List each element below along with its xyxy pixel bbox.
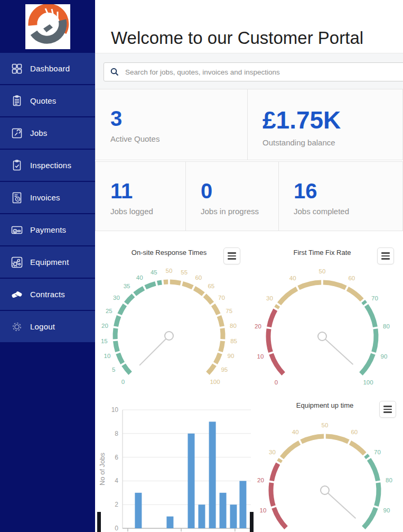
svg-text:40: 40 <box>136 274 143 281</box>
equipment-gears-icon <box>11 256 23 269</box>
inspections-checklist-icon <box>11 159 23 172</box>
svg-text:25: 25 <box>106 308 113 314</box>
sidebar-item-equipment[interactable]: Equipment <box>0 246 95 279</box>
svg-text:70: 70 <box>371 295 378 301</box>
svg-text:70: 70 <box>374 449 381 455</box>
svg-text:15: 15 <box>101 338 108 344</box>
sidebar-item-jobs[interactable]: Jobs <box>0 117 95 150</box>
stat-value: 16 <box>294 179 402 203</box>
panel-equipment-up-time: Equipment up time 0102030405060708090100 <box>254 394 403 532</box>
range-handle-right[interactable] <box>250 512 254 532</box>
stat-value: 3 <box>110 107 247 130</box>
sidebar-item-quotes[interactable]: Quotes <box>0 85 95 117</box>
sidebar-item-invoices[interactable]: Invoices <box>0 182 95 214</box>
svg-text:50: 50 <box>319 268 326 274</box>
stats-row-1: 3 Active Quotes £1.75K Outstanding balan… <box>95 89 403 160</box>
chart-menu-button[interactable] <box>377 247 394 264</box>
panel-onsite-response-times: On-site Response Times 05101520253035404… <box>98 238 251 395</box>
svg-text:2: 2 <box>115 501 118 508</box>
svg-text:75: 75 <box>226 308 232 314</box>
sidebar-item-payments[interactable]: Payments <box>0 214 95 246</box>
stat-value: 11 <box>110 179 185 203</box>
svg-text:100: 100 <box>210 379 220 385</box>
sidebar-item-contracts[interactable]: Contracts <box>0 279 95 311</box>
quotes-clipboard-icon <box>11 95 23 107</box>
stat-label: Jobs in progress <box>201 207 278 216</box>
range-handle-left[interactable] <box>97 512 101 532</box>
search-input[interactable] <box>124 68 403 77</box>
svg-text:60: 60 <box>195 274 202 281</box>
svg-text:40: 40 <box>289 275 296 281</box>
svg-text:90: 90 <box>383 507 390 513</box>
svg-text:65: 65 <box>208 283 214 289</box>
svg-text:35: 35 <box>124 283 130 289</box>
stat-card-jobs-completed: 16 Jobs completed <box>279 161 403 231</box>
sidebar-item-label: Quotes <box>30 96 57 105</box>
sidebar-item-label: Payments <box>30 225 66 234</box>
stat-card-jobs-in-progress: 0 Jobs in progress <box>186 161 279 231</box>
logout-gear-icon <box>11 320 23 333</box>
stat-card-active-quotes: 3 Active Quotes <box>95 89 248 160</box>
chart-title: First Time Fix Rate <box>251 249 393 256</box>
svg-text:30: 30 <box>266 295 273 301</box>
svg-text:No of Jobs: No of Jobs <box>98 452 106 485</box>
invoices-document-icon <box>11 191 23 204</box>
svg-text:5: 5 <box>112 366 115 373</box>
sidebar-item-label: Logout <box>30 322 55 331</box>
svg-text:6: 6 <box>115 454 118 461</box>
svg-text:55: 55 <box>181 269 188 276</box>
sidebar-item-label: Inspections <box>30 161 71 170</box>
svg-text:90: 90 <box>228 353 235 359</box>
stat-card-outstanding-balance: £1.75K Outstanding balance <box>248 89 403 160</box>
stat-label: Jobs completed <box>294 207 402 216</box>
chart-title: Equipment up time <box>254 401 396 409</box>
panel-jobs-bar-chart: 0246810No of Jobs <box>98 394 254 532</box>
svg-text:8: 8 <box>115 430 118 437</box>
jobs-bar-chart: 0246810No of Jobs <box>98 394 254 532</box>
sidebar-item-dashboard[interactable]: Dashboard <box>0 53 95 85</box>
svg-text:50: 50 <box>322 422 329 428</box>
svg-text:50: 50 <box>166 268 173 274</box>
sidebar-nav: Dashboard Quotes Jobs <box>0 53 95 343</box>
sidebar-item-inspections[interactable]: Inspections <box>0 150 95 182</box>
svg-text:4: 4 <box>115 477 118 484</box>
contracts-handshake-icon <box>11 288 23 301</box>
svg-text:10: 10 <box>111 406 119 414</box>
sidebar-item-label: Dashboard <box>30 64 70 73</box>
chart-menu-button[interactable] <box>223 247 240 264</box>
company-logo <box>25 4 70 49</box>
stat-label: Active Quotes <box>110 134 247 143</box>
svg-text:90: 90 <box>381 353 388 360</box>
svg-text:20: 20 <box>255 323 261 329</box>
svg-text:45: 45 <box>151 269 157 276</box>
payments-card-icon <box>11 224 23 236</box>
svg-text:70: 70 <box>218 295 225 301</box>
svg-text:100: 100 <box>363 379 373 386</box>
svg-text:80: 80 <box>230 323 237 329</box>
sidebar-item-label: Equipment <box>30 258 69 267</box>
sidebar-item-label: Contracts <box>30 290 65 299</box>
sidebar: Dashboard Quotes Jobs <box>0 0 95 532</box>
svg-text:0: 0 <box>275 379 278 386</box>
svg-text:10: 10 <box>257 353 264 360</box>
svg-text:10: 10 <box>104 353 111 359</box>
stat-value: £1.75K <box>263 107 402 134</box>
search-icon <box>110 68 119 76</box>
svg-text:30: 30 <box>113 295 120 301</box>
svg-text:0: 0 <box>115 525 118 532</box>
sidebar-item-label: Invoices <box>30 193 60 202</box>
stat-label: Jobs logged <box>110 207 185 216</box>
search-box <box>104 62 403 81</box>
stats-row-2: 11 Jobs logged 0 Jobs in progress 16 Job… <box>95 161 403 231</box>
jobs-wrench-icon <box>11 127 23 140</box>
svg-text:40: 40 <box>292 429 299 435</box>
svg-text:80: 80 <box>383 323 390 329</box>
chart-menu-button[interactable] <box>379 401 396 418</box>
sidebar-item-label: Jobs <box>30 129 48 137</box>
dashboard-grid-icon <box>11 62 23 75</box>
panel-first-time-fix-rate: First Time Fix Rate 01020304050607080901… <box>251 238 403 395</box>
svg-text:20: 20 <box>101 323 108 329</box>
svg-text:60: 60 <box>348 275 355 281</box>
chart-title: On-site Response Times <box>98 249 240 256</box>
sidebar-item-logout[interactable]: Logout <box>0 311 95 343</box>
